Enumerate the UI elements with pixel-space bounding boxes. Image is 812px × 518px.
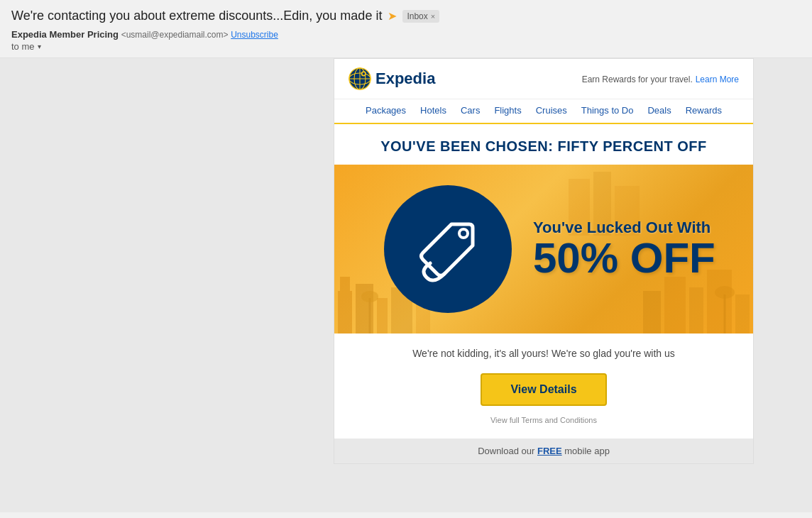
email-card: Expedia Earn Rewards for your travel. Le…	[334, 58, 754, 464]
inbox-badge: Inbox ×	[402, 10, 439, 23]
download-suffix: mobile app	[564, 446, 610, 456]
svg-rect-18	[689, 287, 703, 334]
rewards-text: Earn Rewards for your travel.	[582, 75, 693, 84]
banner-text-area: You've Lucked Out With 50% OFF	[533, 219, 715, 280]
nav-packages[interactable]: Packages	[366, 105, 406, 116]
svg-rect-17	[664, 277, 686, 334]
expedia-globe-icon	[349, 67, 371, 90]
nav-deals[interactable]: Deals	[647, 105, 671, 116]
promo-banner: You've Lucked Out With 50% OFF	[334, 165, 753, 334]
below-banner-section: We're not kidding, it's all yours! We're…	[334, 334, 753, 439]
download-footer: Download our FREE mobile app	[334, 439, 753, 463]
svg-point-22	[715, 286, 735, 299]
email-body: Expedia Earn Rewards for your travel. Le…	[334, 58, 812, 512]
nav-rewards[interactable]: Rewards	[686, 105, 722, 116]
download-free-link[interactable]: FREE	[537, 446, 562, 456]
terms-link[interactable]: View full Terms and Conditions	[349, 416, 739, 424]
nav-hotels[interactable]: Hotels	[420, 105, 446, 116]
left-panel	[0, 58, 334, 512]
expedia-nav: Packages Hotels Cars Flights Cruises Thi…	[334, 99, 753, 124]
download-prefix: Download our	[478, 446, 534, 456]
svg-rect-7	[338, 291, 352, 334]
promo-headline: YOU'VE BEEN CHOSEN: FIFTY PERCENT OFF	[334, 124, 753, 165]
subject-arrow-icon: ➤	[388, 9, 397, 23]
svg-rect-8	[340, 277, 350, 291]
inbox-close-button[interactable]: ×	[431, 12, 435, 21]
discount-tag-icon	[384, 185, 512, 313]
expedia-header: Expedia Earn Rewards for your travel. Le…	[334, 59, 753, 99]
email-header: We're contacting you about extreme disco…	[0, 0, 812, 58]
expedia-rewards-area: Earn Rewards for your travel. Learn More	[582, 73, 739, 84]
to-me-chevron-icon: ▾	[38, 43, 41, 50]
nav-cruises[interactable]: Cruises	[536, 105, 567, 116]
learn-more-link[interactable]: Learn More	[696, 75, 739, 84]
to-me-label: to me	[11, 41, 35, 52]
subject-text: We're contacting you about extreme disco…	[11, 9, 382, 23]
svg-point-6	[363, 72, 366, 75]
main-content: Expedia Earn Rewards for your travel. Le…	[0, 58, 812, 512]
nav-cars[interactable]: Cars	[461, 105, 480, 116]
svg-point-15	[459, 229, 468, 238]
sender-info: Expedia Member Pricing <usmail@expediama…	[11, 29, 801, 40]
svg-point-14	[361, 291, 378, 302]
sender-name: Expedia Member Pricing	[11, 29, 119, 40]
sender-email: <usmail@expediamail.com>	[121, 30, 229, 40]
tagline-text: We're not kidding, it's all yours! We're…	[349, 348, 739, 359]
svg-rect-16	[643, 291, 661, 334]
to-me-dropdown[interactable]: to me ▾	[11, 41, 801, 52]
inbox-label: Inbox	[407, 11, 427, 21]
banner-text-big: 50% OFF	[533, 237, 715, 280]
expedia-logo: Expedia	[349, 67, 435, 90]
subject-line: We're contacting you about extreme disco…	[11, 9, 801, 23]
svg-rect-20	[735, 294, 750, 334]
expedia-brand-name: Expedia	[375, 70, 435, 88]
unsubscribe-link[interactable]: Unsubscribe	[231, 30, 278, 40]
nav-things-to-do[interactable]: Things to Do	[581, 105, 634, 116]
svg-rect-10	[377, 298, 388, 334]
view-details-button[interactable]: View Details	[481, 373, 606, 406]
nav-flights[interactable]: Flights	[494, 105, 521, 116]
